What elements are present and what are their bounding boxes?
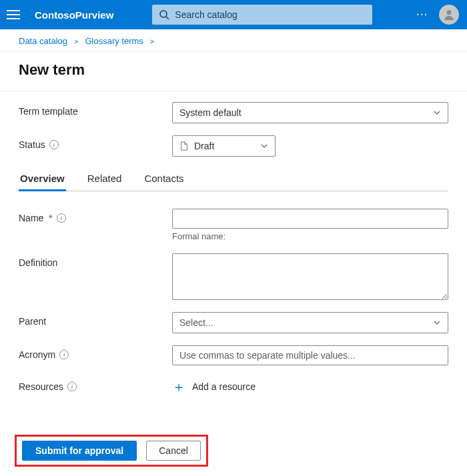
status-value: Draft — [194, 141, 260, 151]
definition-textarea[interactable] — [172, 253, 448, 300]
required-asterisk: * — [49, 213, 52, 223]
status-label-text: Status — [19, 139, 45, 150]
resources-label-text: Resources — [19, 381, 63, 392]
acronym-label-text: Acronym — [19, 349, 55, 360]
field-name: Name* i Formal name: — [19, 209, 448, 241]
cancel-button[interactable]: Cancel — [146, 441, 201, 461]
parent-label: Parent — [19, 312, 172, 327]
breadcrumb: Data catalog > Glossary terms > — [0, 29, 467, 52]
plus-icon: ＋ — [172, 380, 185, 393]
tab-overview[interactable]: Overview — [19, 169, 66, 191]
chevron-right-icon: > — [74, 37, 78, 45]
user-avatar[interactable] — [439, 5, 459, 25]
name-label-text: Name — [19, 213, 43, 223]
field-resources: Resources i ＋ Add a resource — [19, 377, 448, 393]
svg-point-0 — [160, 11, 167, 17]
person-icon — [442, 8, 456, 21]
definition-label: Definition — [19, 253, 172, 268]
search-icon — [159, 9, 169, 20]
page-body: New term Term template System default St… — [0, 52, 467, 393]
svg-line-1 — [166, 17, 169, 19]
breadcrumb-data-catalog[interactable]: Data catalog — [19, 36, 67, 46]
tabs: Overview Related Contacts — [19, 169, 448, 191]
name-label: Name* i — [19, 209, 172, 223]
info-icon[interactable]: i — [67, 382, 77, 391]
term-template-value: System default — [179, 107, 242, 118]
page-title: New term — [19, 61, 448, 79]
field-definition: Definition — [19, 253, 448, 300]
status-select[interactable]: Draft — [172, 135, 276, 157]
field-status: Status i Draft — [19, 135, 448, 157]
divider — [0, 91, 467, 91]
name-helper: Formal name: — [172, 231, 448, 241]
submit-for-approval-button[interactable]: Submit for approval — [22, 441, 137, 461]
parent-placeholder: Select... — [179, 317, 213, 328]
chevron-down-icon — [260, 142, 268, 150]
field-acronym: Acronym i — [19, 345, 448, 365]
acronym-input[interactable] — [172, 345, 448, 365]
info-icon[interactable]: i — [49, 140, 59, 149]
annotation-highlight: Submit for approval Cancel — [15, 435, 208, 467]
search-input[interactable] — [175, 9, 366, 20]
document-icon — [179, 141, 189, 151]
search-box[interactable] — [152, 5, 372, 25]
add-resource-button[interactable]: ＋ Add a resource — [172, 377, 256, 393]
chevron-down-icon — [433, 319, 441, 327]
info-icon[interactable]: i — [59, 350, 69, 359]
resources-label: Resources i — [19, 377, 172, 392]
field-parent: Parent Select... — [19, 312, 448, 333]
acronym-label: Acronym i — [19, 345, 172, 360]
more-actions-button[interactable]: ··· — [416, 9, 428, 20]
field-term-template: Term template System default — [19, 102, 448, 123]
chevron-right-icon: > — [150, 37, 154, 45]
app-header: ContosoPurview ··· — [0, 0, 467, 29]
breadcrumb-glossary-terms[interactable]: Glossary terms — [85, 36, 143, 46]
parent-select[interactable]: Select... — [172, 312, 448, 333]
term-template-label: Term template — [19, 102, 172, 117]
name-input[interactable] — [172, 209, 448, 229]
hamburger-menu-icon[interactable] — [7, 10, 20, 19]
chevron-down-icon — [433, 109, 441, 117]
add-resource-label: Add a resource — [192, 381, 256, 392]
form-footer: Submit for approval Cancel — [0, 435, 467, 467]
term-template-select[interactable]: System default — [172, 102, 448, 123]
status-label: Status i — [19, 135, 172, 150]
app-title: ContosoPurview — [35, 9, 113, 21]
svg-point-2 — [447, 10, 452, 15]
info-icon[interactable]: i — [57, 213, 66, 223]
tab-related[interactable]: Related — [86, 169, 123, 191]
tab-contacts[interactable]: Contacts — [143, 169, 185, 191]
